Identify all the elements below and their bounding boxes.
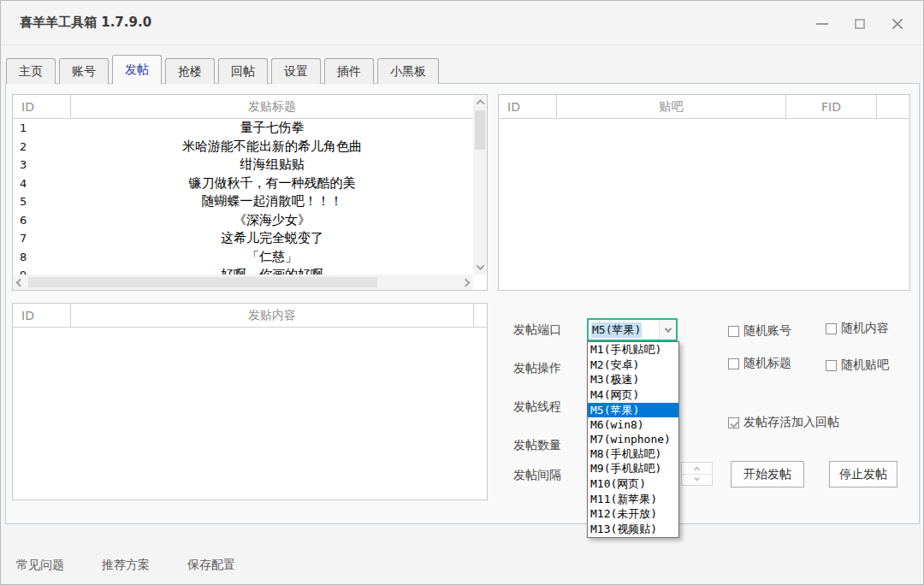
tab-grab-floor[interactable]: 抢楼 bbox=[165, 58, 215, 84]
column-header-id[interactable]: ID bbox=[499, 95, 557, 118]
row-title: 「仁慈」 bbox=[71, 248, 473, 267]
titlebar: 喜羊羊工具箱 1.7.9.0 bbox=[1, 1, 923, 45]
dropdown-option[interactable]: M6(win8) bbox=[588, 417, 678, 432]
tab-plugins[interactable]: 插件 bbox=[324, 58, 374, 84]
spinner-up-button[interactable] bbox=[682, 463, 712, 475]
chevron-up-icon bbox=[694, 466, 700, 472]
tab-reply[interactable]: 回帖 bbox=[218, 58, 268, 84]
row-id: 1 bbox=[13, 121, 71, 134]
dropdown-option[interactable]: M3(极速) bbox=[588, 372, 678, 387]
dropdown-option[interactable]: M7(winphone) bbox=[588, 432, 678, 446]
dropdown-option-selected[interactable]: M5(苹果) bbox=[588, 403, 678, 418]
table-row[interactable]: 7这希儿完全蜕变了 bbox=[13, 229, 473, 248]
row-id: 9 bbox=[13, 269, 71, 275]
recommended-plan-link[interactable]: 推荐方案 bbox=[102, 558, 150, 573]
table-row[interactable]: 2米哈游能不能出新的希儿角色曲 bbox=[13, 138, 473, 157]
column-header-id[interactable]: ID bbox=[13, 304, 71, 327]
dropdown-option[interactable]: M2(安卓) bbox=[588, 358, 678, 373]
post-content-list-header: ID 发贴内容 bbox=[13, 304, 487, 328]
table-row[interactable]: 1量子七伤拳 bbox=[13, 119, 473, 138]
row-title: 《深海少女》 bbox=[71, 211, 473, 230]
start-posting-button[interactable]: 开始发帖 bbox=[731, 461, 804, 488]
checkbox-post-survive-join-reply[interactable]: 发帖存活加入回帖 bbox=[728, 415, 839, 430]
column-header-post-title[interactable]: 发贴标题 bbox=[71, 95, 474, 118]
vertical-scrollbar[interactable] bbox=[473, 95, 487, 275]
post-title-rows: 1量子七伤拳 2米哈游能不能出新的希儿角色曲 3绀海组贴贴 4镰刀做秋千，有一种… bbox=[13, 119, 473, 275]
dropdown-option[interactable]: M11(新苹果) bbox=[588, 492, 678, 507]
table-row[interactable]: 8「仁慈」 bbox=[13, 248, 473, 267]
chevron-right-icon bbox=[462, 278, 471, 287]
column-header-fid[interactable]: FID bbox=[786, 95, 877, 118]
post-content-list[interactable]: ID 发贴内容 bbox=[12, 303, 488, 500]
dropdown-option[interactable]: M4(网页) bbox=[588, 387, 678, 403]
maximize-button[interactable] bbox=[846, 13, 874, 35]
table-row[interactable]: 5随蝴蝶一起消散吧！！！ bbox=[13, 192, 473, 211]
combobox-dropdown-button[interactable] bbox=[659, 320, 676, 340]
dropdown-option[interactable]: M1(手机贴吧) bbox=[588, 342, 678, 358]
post-port-combobox[interactable]: M5(苹果) bbox=[587, 318, 678, 341]
column-header-post-content[interactable]: 发贴内容 bbox=[71, 304, 474, 327]
combobox-value: M5(苹果) bbox=[589, 320, 659, 340]
close-button[interactable] bbox=[884, 13, 911, 35]
checkbox-random-title[interactable]: 随机标题 bbox=[728, 356, 791, 371]
scroll-right-button[interactable] bbox=[459, 275, 473, 290]
dropdown-option[interactable]: M10(网页) bbox=[588, 476, 678, 492]
checkbox-icon bbox=[728, 326, 739, 337]
checkbox-label: 随机标题 bbox=[743, 356, 791, 371]
dropdown-option[interactable]: M9(手机贴吧) bbox=[588, 462, 678, 477]
chevron-down-icon bbox=[476, 262, 484, 270]
checkbox-icon bbox=[826, 360, 837, 371]
tab-home[interactable]: 主页 bbox=[6, 58, 56, 84]
chevron-up-icon bbox=[476, 99, 484, 108]
tieba-list-header: ID 贴吧 FID bbox=[499, 95, 909, 119]
checkbox-icon bbox=[826, 323, 837, 334]
tab-strip: 主页 账号 发帖 抢楼 回帖 设置 插件 小黑板 bbox=[6, 55, 439, 84]
dropdown-option[interactable]: M8(手机贴吧) bbox=[588, 446, 678, 462]
scrollbar-thumb[interactable] bbox=[28, 277, 377, 287]
minimize-button[interactable] bbox=[808, 13, 836, 35]
spinner-down-button[interactable] bbox=[682, 475, 712, 486]
checkbox-label: 随机贴吧 bbox=[841, 358, 889, 373]
scroll-left-button[interactable] bbox=[13, 275, 27, 290]
tab-settings[interactable]: 设置 bbox=[271, 58, 321, 84]
table-row[interactable]: 6《深海少女》 bbox=[13, 211, 473, 230]
row-title: 这希儿完全蜕变了 bbox=[71, 229, 473, 248]
column-header-id[interactable]: ID bbox=[13, 95, 71, 118]
post-count-label: 发帖数量 bbox=[513, 438, 561, 453]
chevron-down-icon bbox=[664, 325, 671, 332]
stop-posting-button[interactable]: 停止发帖 bbox=[829, 461, 897, 488]
checkbox-random-account[interactable]: 随机账号 bbox=[728, 323, 791, 339]
window-controls bbox=[808, 13, 911, 35]
row-id: 3 bbox=[13, 158, 71, 171]
dropdown-option[interactable]: M13(视频贴) bbox=[588, 522, 678, 537]
post-thread-label: 发帖线程 bbox=[513, 399, 561, 415]
row-title: 绀海组贴贴 bbox=[71, 156, 473, 174]
tab-blackboard[interactable]: 小黑板 bbox=[377, 58, 439, 84]
dropdown-option[interactable]: M12(未开放) bbox=[588, 507, 678, 523]
chevron-down-icon bbox=[694, 476, 700, 482]
checkbox-label: 发帖存活加入回帖 bbox=[743, 415, 839, 430]
table-row[interactable]: 9好啊，你画的好啊 bbox=[13, 266, 473, 275]
row-title: 随蝴蝶一起消散吧！！！ bbox=[71, 192, 473, 211]
row-id: 8 bbox=[13, 251, 71, 263]
checkbox-random-content[interactable]: 随机内容 bbox=[826, 321, 889, 336]
post-title-list[interactable]: ID 发贴标题 1量子七伤拳 2米哈游能不能出新的希儿角色曲 3绀海组贴贴 4镰… bbox=[12, 94, 488, 291]
scrollbar-thumb[interactable] bbox=[475, 110, 485, 150]
row-title: 米哈游能不能出新的希儿角色曲 bbox=[71, 138, 473, 157]
tab-post[interactable]: 发帖 bbox=[112, 55, 162, 84]
column-header-tieba[interactable]: 贴吧 bbox=[557, 95, 786, 118]
maximize-icon bbox=[855, 19, 865, 29]
faq-link[interactable]: 常见问题 bbox=[16, 558, 64, 573]
tab-account[interactable]: 账号 bbox=[59, 58, 109, 84]
scroll-down-button[interactable] bbox=[473, 260, 487, 275]
row-id: 5 bbox=[13, 195, 71, 208]
scroll-up-button[interactable] bbox=[473, 95, 487, 109]
checkbox-random-tieba[interactable]: 随机贴吧 bbox=[826, 358, 889, 373]
tieba-list[interactable]: ID 贴吧 FID bbox=[498, 94, 910, 291]
row-title: 镰刀做秋千，有一种残酷的美 bbox=[71, 174, 473, 193]
table-row[interactable]: 3绀海组贴贴 bbox=[13, 156, 473, 174]
horizontal-scrollbar[interactable] bbox=[13, 275, 473, 290]
table-row[interactable]: 4镰刀做秋千，有一种残酷的美 bbox=[13, 174, 473, 193]
save-config-link[interactable]: 保存配置 bbox=[187, 558, 235, 573]
minimize-icon bbox=[816, 23, 828, 25]
